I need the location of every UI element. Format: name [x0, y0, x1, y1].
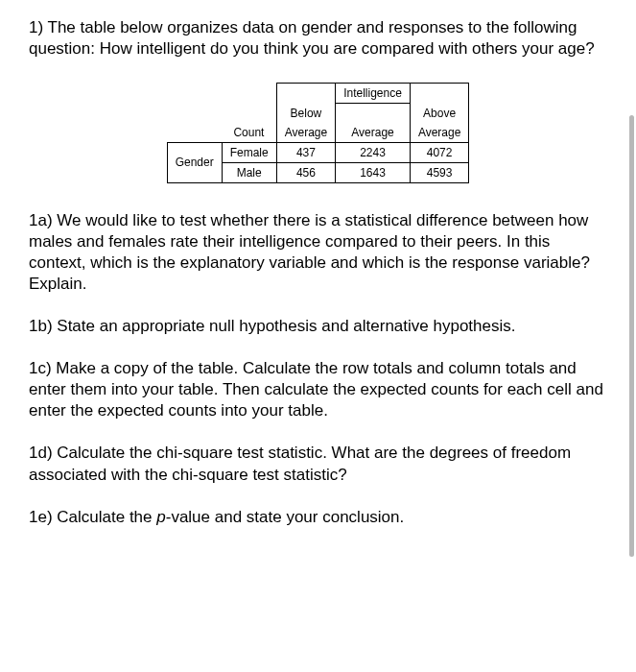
question-1e: 1e) Calculate the p-value and state your… [29, 507, 607, 528]
data-cell-1-1: 1643 [336, 162, 411, 182]
row-label-0: Female [222, 142, 276, 162]
blank-cell [276, 84, 335, 104]
blank-cell [222, 84, 276, 104]
blank-cell [167, 104, 222, 123]
q1e-post: -value and state your conclusion. [166, 508, 405, 526]
blank-cell [410, 84, 468, 104]
q1e-pre: 1e) Calculate the [29, 508, 156, 526]
data-table-wrap: Intelligence Count Below Above Average A… [29, 83, 607, 189]
col-header-line1-0: Below [276, 104, 335, 123]
question-1d: 1d) Calculate the chi-square test statis… [29, 443, 607, 485]
data-cell-0-1: 2243 [336, 142, 411, 162]
col-header-line1-2: Above [410, 104, 468, 123]
data-cell-0-0: 437 [276, 142, 335, 162]
col-header-line2-2: Average [410, 123, 468, 143]
question-intro: 1) The table below organizes data on gen… [29, 17, 607, 60]
table-super-header: Intelligence [336, 84, 411, 104]
data-cell-0-2: 4072 [410, 142, 468, 162]
scrollbar-thumb[interactable] [629, 115, 634, 557]
blank-cell [222, 182, 469, 189]
col-header-line2-1: Average [336, 123, 411, 143]
q1e-p-letter: p [156, 508, 165, 526]
question-1b: 1b) State an appropriate null hypothesis… [29, 316, 607, 337]
question-1c: 1c) Make a copy of the table. Calculate … [29, 358, 607, 421]
row-group-label: Gender [167, 142, 222, 182]
blank-cell [167, 182, 222, 189]
col-header-line1-1 [336, 104, 411, 123]
question-1a: 1a) We would like to test whether there … [29, 210, 607, 295]
data-table: Intelligence Count Below Above Average A… [167, 83, 470, 189]
row-label-1: Male [222, 162, 276, 182]
blank-cell [167, 123, 222, 143]
count-label: Count [222, 104, 276, 143]
data-cell-1-0: 456 [276, 162, 335, 182]
blank-cell [167, 84, 222, 104]
data-cell-1-2: 4593 [410, 162, 468, 182]
col-header-line2-0: Average [276, 123, 335, 143]
